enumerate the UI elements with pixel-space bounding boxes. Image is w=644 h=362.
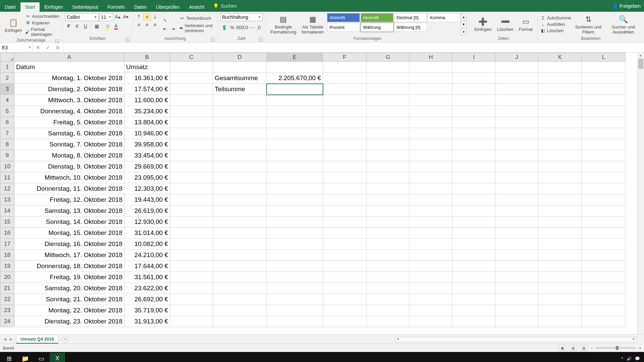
cell-H10[interactable]	[410, 161, 452, 172]
style-komma[interactable]: Komma	[428, 13, 461, 22]
cell-K1[interactable]	[538, 62, 582, 73]
tab-ueberpruefen[interactable]: Überprüfen	[151, 2, 184, 12]
cancel-formula-button[interactable]: ✕	[33, 45, 43, 51]
conditional-formatting-button[interactable]: ▤Bedingte Formatierung	[268, 13, 298, 36]
cell-C17[interactable]	[170, 239, 213, 250]
cell-K4[interactable]	[538, 95, 582, 106]
cell-H2[interactable]	[410, 73, 452, 84]
row-header-7[interactable]: 7	[0, 128, 14, 139]
cell-H21[interactable]	[410, 283, 452, 294]
cell-C22[interactable]	[170, 294, 213, 305]
cell-C18[interactable]	[170, 250, 213, 261]
cell-A6[interactable]: Freitag, 5. Oktober 2018	[14, 117, 124, 128]
cell-J7[interactable]	[495, 128, 538, 139]
decrease-indent-button[interactable]: ⇤	[161, 25, 169, 33]
cell-C4[interactable]	[170, 95, 213, 106]
cell-H3[interactable]	[410, 84, 452, 95]
cell-E21[interactable]	[267, 283, 323, 294]
tab-daten[interactable]: Daten	[129, 2, 151, 12]
cell-G22[interactable]	[367, 294, 410, 305]
cell-K15[interactable]	[538, 217, 582, 228]
cell-B14[interactable]: 26.619,00 €	[124, 205, 170, 217]
comma-format-button[interactable]: 000	[236, 24, 244, 31]
cell-C6[interactable]	[170, 117, 213, 128]
cell-G4[interactable]	[367, 95, 410, 106]
cell-C19[interactable]	[170, 261, 213, 272]
cell-E24[interactable]	[267, 316, 323, 327]
cell-H13[interactable]	[410, 194, 452, 205]
view-normal-button[interactable]: ▦	[558, 345, 567, 351]
align-center-button[interactable]: ≡	[143, 21, 151, 28]
cell-H14[interactable]	[410, 205, 452, 217]
cell-B13[interactable]: 19.443,00 €	[124, 194, 170, 205]
cell-K5[interactable]	[538, 106, 582, 117]
column-header-D[interactable]: D	[213, 53, 267, 62]
cell-B12[interactable]: 12.303,00 €	[124, 183, 170, 194]
cell-J17[interactable]	[495, 239, 538, 250]
column-header-L[interactable]: L	[582, 53, 626, 62]
gallery-scroll[interactable]: ▲▼▾	[461, 13, 467, 36]
cell-G14[interactable]	[367, 205, 410, 217]
cell-C16[interactable]	[170, 228, 213, 239]
cell-D18[interactable]	[213, 250, 267, 261]
cell-D1[interactable]	[213, 62, 267, 73]
cell-K13[interactable]	[538, 194, 582, 205]
cell-B17[interactable]: 10.082,00 €	[124, 239, 170, 250]
cell-J1[interactable]	[495, 62, 538, 73]
cell-G11[interactable]	[367, 172, 410, 183]
cell-H12[interactable]	[410, 183, 452, 194]
align-right-button[interactable]: ≡	[151, 21, 159, 28]
cell-J23[interactable]	[495, 305, 538, 316]
tray-notification-icon[interactable]: 💬	[635, 356, 640, 361]
cell-D16[interactable]	[213, 228, 267, 239]
cell-D21[interactable]	[213, 283, 267, 294]
delete-cells-button[interactable]: ➖Löschen	[495, 13, 516, 36]
cell-H16[interactable]	[410, 228, 452, 239]
style-akzent6[interactable]: Akzent6	[361, 13, 393, 22]
cell-A15[interactable]: Sonntag, 14. Oktober 2018	[14, 217, 124, 228]
cell-E18[interactable]	[267, 250, 323, 261]
row-header-1[interactable]: 1	[0, 62, 14, 73]
cell-L15[interactable]	[582, 217, 626, 228]
cell-J20[interactable]	[495, 272, 538, 283]
column-header-H[interactable]: H	[410, 53, 452, 62]
cell-A17[interactable]: Dienstag, 16. Oktober 2018	[14, 239, 124, 250]
fill-color-button[interactable]: ◇	[104, 22, 111, 30]
cell-L1[interactable]	[582, 62, 626, 73]
cell-C5[interactable]	[170, 106, 213, 117]
cell-K19[interactable]	[538, 261, 582, 272]
row-header-3[interactable]: 3	[0, 84, 14, 95]
row-header-22[interactable]: 22	[0, 294, 14, 305]
cell-A1[interactable]: Datum	[14, 62, 124, 73]
cell-D11[interactable]	[213, 172, 267, 183]
cell-C12[interactable]	[170, 183, 213, 194]
cell-J4[interactable]	[495, 95, 538, 106]
cell-I22[interactable]	[452, 294, 495, 305]
fill-button[interactable]: ↓Ausfüllen	[540, 21, 571, 27]
cell-B9[interactable]: 33.454,00 €	[124, 150, 170, 161]
cell-G15[interactable]	[367, 217, 410, 228]
cell-D23[interactable]	[213, 305, 267, 316]
excel-taskbar-button[interactable]: X	[50, 353, 65, 362]
cell-I14[interactable]	[452, 205, 495, 217]
cell-E8[interactable]	[267, 139, 323, 150]
name-box[interactable]: E3▼	[0, 43, 33, 52]
style-waehrung[interactable]: Währung	[361, 23, 393, 32]
cell-L22[interactable]	[582, 294, 626, 305]
cell-H4[interactable]	[410, 95, 452, 106]
cell-J24[interactable]	[495, 316, 538, 327]
decrease-font-button[interactable]: A▾	[122, 13, 129, 20]
cell-I12[interactable]	[452, 183, 495, 194]
cell-B8[interactable]: 39.958,00 €	[124, 139, 170, 150]
cell-D14[interactable]	[213, 205, 267, 217]
cell-I10[interactable]	[452, 161, 495, 172]
cell-K12[interactable]	[538, 183, 582, 194]
cell-J9[interactable]	[495, 150, 538, 161]
cell-F3[interactable]	[323, 84, 367, 95]
cell-L19[interactable]	[582, 261, 626, 272]
cell-L3[interactable]	[582, 84, 626, 95]
cell-E2[interactable]: 2.205.670,00 €	[267, 73, 323, 84]
cell-G24[interactable]	[367, 316, 410, 327]
cell-K20[interactable]	[538, 272, 582, 283]
cell-F16[interactable]	[323, 228, 367, 239]
